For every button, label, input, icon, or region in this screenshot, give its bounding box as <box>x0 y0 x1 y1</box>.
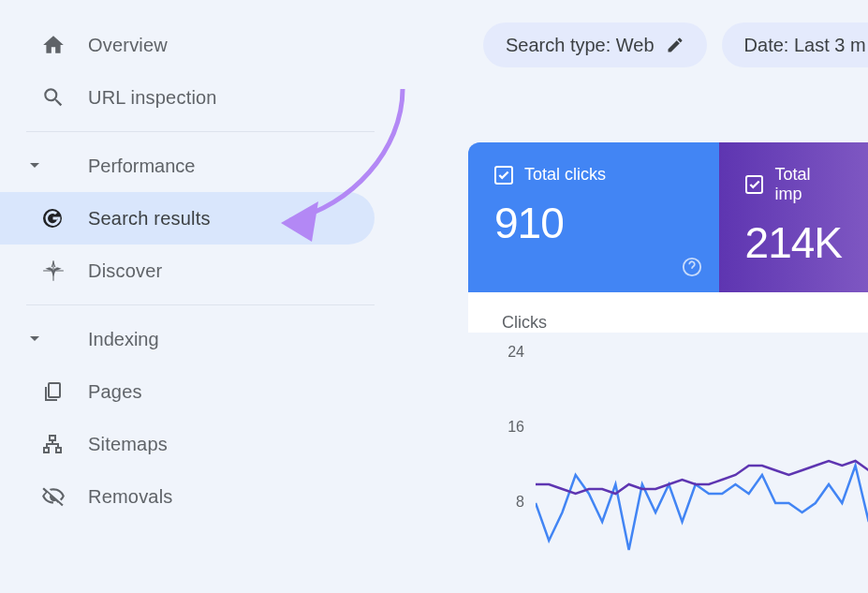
caret-down-icon <box>28 162 41 170</box>
search-icon <box>41 85 88 110</box>
removals-icon <box>41 484 88 509</box>
chart-area: Clicks 24 16 8 <box>468 292 868 333</box>
stat-label: Total clicks <box>524 165 606 185</box>
discover-icon <box>41 259 88 283</box>
chip-label: Date: Last 3 m <box>744 35 866 56</box>
sidebar-item-search-results[interactable]: Search results <box>0 192 375 245</box>
pages-icon <box>41 380 88 403</box>
filter-chips: Search type: Web Date: Last 3 m <box>483 22 868 67</box>
home-icon <box>41 33 88 57</box>
filter-search-type[interactable]: Search type: Web <box>483 22 707 67</box>
y-tick: 16 <box>502 419 524 436</box>
section-label: Indexing <box>88 329 159 350</box>
stat-value: 910 <box>494 198 693 248</box>
sidebar-item-removals[interactable]: Removals <box>0 470 375 523</box>
chart-title: Clicks <box>502 313 859 333</box>
stats-row: Total clicks 910 Total imp 214K <box>468 142 868 292</box>
divider <box>26 304 375 305</box>
svg-rect-2 <box>44 448 49 452</box>
section-label: Performance <box>88 156 196 177</box>
sidebar-item-label: Search results <box>88 208 211 230</box>
sidebar-item-label: Pages <box>88 381 142 403</box>
sidebar-item-label: Overview <box>88 35 168 56</box>
sidebar-item-discover[interactable]: Discover <box>0 245 375 297</box>
checkbox-checked-icon <box>745 175 764 194</box>
sidebar-item-label: Discover <box>88 260 162 282</box>
sidebar-item-label: URL inspection <box>88 87 217 109</box>
sitemaps-icon <box>41 433 88 455</box>
svg-rect-3 <box>56 448 61 452</box>
google-icon <box>41 207 88 230</box>
y-tick: 24 <box>502 344 524 361</box>
y-tick: 8 <box>502 494 524 511</box>
sidebar-item-pages[interactable]: Pages <box>0 365 375 418</box>
sidebar-item-label: Removals <box>88 486 173 508</box>
sidebar-item-sitemaps[interactable]: Sitemaps <box>0 418 375 470</box>
caret-down-icon <box>28 335 41 343</box>
stat-label: Total imp <box>774 165 842 204</box>
sidebar-item-label: Sitemaps <box>88 434 168 455</box>
chip-label: Search type: Web <box>506 35 655 56</box>
section-performance[interactable]: Performance <box>0 140 375 192</box>
chart-lines <box>536 339 868 583</box>
stat-card-clicks[interactable]: Total clicks 910 <box>468 142 719 292</box>
svg-rect-1 <box>50 436 55 440</box>
section-indexing[interactable]: Indexing <box>0 313 375 365</box>
sidebar: Overview URL inspection Performance Sear… <box>0 0 375 523</box>
stat-value: 214K <box>745 217 842 268</box>
sidebar-item-url-inspection[interactable]: URL inspection <box>0 71 375 124</box>
main-content: Search type: Web Date: Last 3 m Total cl… <box>468 0 868 336</box>
checkbox-checked-icon <box>494 166 513 185</box>
divider <box>26 131 375 132</box>
help-icon[interactable] <box>682 257 702 277</box>
edit-icon <box>666 36 684 54</box>
sidebar-item-overview[interactable]: Overview <box>0 19 375 71</box>
stat-card-impressions[interactable]: Total imp 214K <box>719 142 868 292</box>
filter-date[interactable]: Date: Last 3 m <box>722 22 868 67</box>
svg-rect-0 <box>49 383 60 397</box>
